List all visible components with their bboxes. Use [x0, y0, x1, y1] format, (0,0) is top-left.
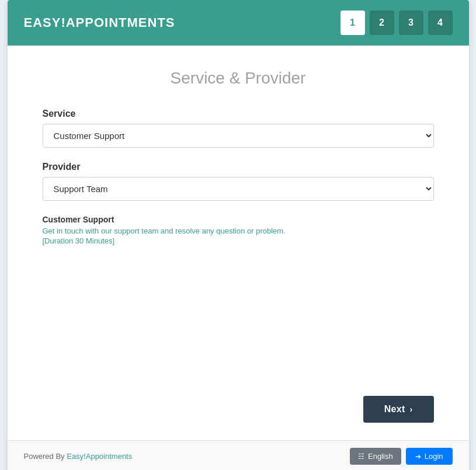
service-info-description: Get in touch with our support team and r…	[43, 227, 434, 235]
provider-select[interactable]: Support Team Agent A Agent B	[43, 177, 434, 201]
service-info-block: Customer Support Get in touch with our s…	[43, 215, 434, 245]
action-row: Next ›	[8, 384, 469, 440]
service-select[interactable]: Customer Support General Consultation Te…	[43, 124, 434, 148]
chevron-right-icon: ›	[410, 405, 413, 414]
main-content: Service & Provider Service Customer Supp…	[8, 46, 469, 384]
language-label: English	[368, 452, 393, 461]
provider-field-group: Provider Support Team Agent A Agent B	[43, 162, 434, 201]
login-icon: ➔	[415, 452, 421, 461]
service-info-title: Customer Support	[43, 215, 434, 224]
next-button[interactable]: Next ›	[363, 396, 434, 423]
globe-icon: ☷	[358, 452, 364, 461]
footer-powered-by: Powered By Easy!Appointments	[24, 452, 133, 461]
step-indicators: 1 2 3 4	[341, 11, 453, 35]
brand-link[interactable]: Easy!Appointments	[67, 452, 132, 461]
step-2[interactable]: 2	[370, 11, 394, 35]
step-3[interactable]: 3	[399, 11, 423, 35]
login-label: Login	[425, 452, 443, 461]
service-field-group: Service Customer Support General Consult…	[43, 109, 434, 148]
language-button[interactable]: ☷ English	[350, 448, 401, 465]
step-4[interactable]: 4	[428, 11, 453, 35]
app-header: EASY!APPOINTMENTS 1 2 3 4	[8, 0, 469, 46]
step-1[interactable]: 1	[341, 11, 365, 35]
footer-actions: ☷ English ➔ Login	[350, 448, 452, 465]
provider-label: Provider	[43, 162, 434, 172]
service-label: Service	[43, 109, 434, 119]
page-title: Service & Provider	[43, 69, 434, 88]
login-button[interactable]: ➔ Login	[406, 448, 453, 465]
next-button-label: Next	[384, 404, 405, 415]
app-title: EASY!APPOINTMENTS	[24, 15, 175, 30]
powered-by-label: Powered By	[24, 452, 65, 461]
footer: Powered By Easy!Appointments ☷ English ➔…	[8, 440, 469, 470]
service-info-duration: [Duration 30 Minutes]	[43, 236, 434, 245]
